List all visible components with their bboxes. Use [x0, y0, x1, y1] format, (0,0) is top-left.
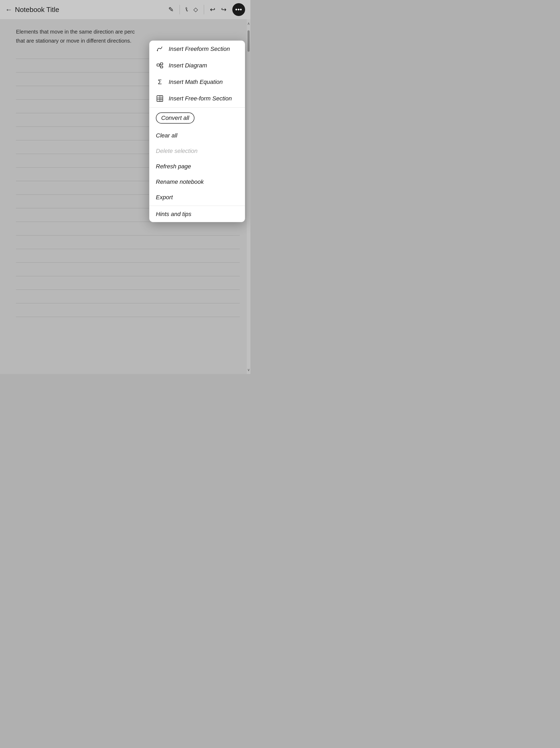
menu-item-hints-and-tips-label: Hints and tips [156, 211, 191, 218]
scroll-down-button[interactable]: ∨ [247, 368, 250, 372]
header: ← Notebook Title ✎ ℓ ◇ ↩ ↪ ••• [0, 0, 251, 19]
svg-rect-0 [157, 64, 160, 66]
diagram-icon [156, 62, 164, 70]
ruled-line [16, 276, 240, 276]
back-button[interactable]: ← [5, 6, 12, 14]
menu-item-delete-selection-label: Delete selection [156, 147, 198, 155]
ruled-line [16, 289, 240, 290]
notebook-area: Elements that move in the same direction… [0, 19, 251, 374]
menu-item-rename-notebook[interactable]: Rename notebook [149, 174, 245, 190]
menu-item-convert-all[interactable]: Convert all [149, 108, 245, 128]
math-icon: Σ [156, 78, 164, 86]
menu-item-hints-and-tips[interactable]: Hints and tips [149, 207, 245, 222]
eraser-icon[interactable]: ◇ [193, 6, 198, 13]
menu-item-rename-notebook-label: Rename notebook [156, 179, 204, 185]
menu-item-clear-all[interactable]: Clear all [149, 128, 245, 143]
ruled-line [16, 249, 240, 249]
menu-item-insert-freeform-section-label: Insert Free-form Section [169, 95, 232, 102]
svg-rect-5 [157, 96, 163, 101]
undo-icon[interactable]: ↩ [210, 6, 215, 13]
menu-item-export[interactable]: Export [149, 190, 245, 205]
grid-icon [156, 95, 164, 102]
menu-item-convert-all-label: Convert all [161, 115, 189, 121]
scroll-thumb[interactable] [248, 30, 250, 52]
menu-item-insert-freeform-label: Insert Freeform Section [169, 46, 230, 52]
ruled-line [16, 303, 240, 303]
redo-icon[interactable]: ↪ [221, 6, 227, 13]
menu-item-insert-math[interactable]: Σ Insert Math Equation [149, 74, 245, 90]
menu-item-export-label: Export [156, 194, 173, 201]
menu-item-refresh-page-label: Refresh page [156, 163, 191, 170]
ruled-line [16, 262, 240, 263]
header-divider-1 [180, 5, 180, 15]
dropdown-menu: Insert Freeform Section Insert Diagram Σ… [149, 41, 245, 222]
more-dots-icon: ••• [235, 6, 242, 13]
menu-item-insert-diagram[interactable]: Insert Diagram [149, 57, 245, 74]
menu-item-insert-freeform[interactable]: Insert Freeform Section [149, 41, 245, 57]
menu-item-refresh-page[interactable]: Refresh page [149, 159, 245, 174]
svg-rect-2 [160, 66, 163, 68]
menu-item-insert-math-label: Insert Math Equation [169, 78, 223, 86]
scroll-up-button[interactable]: ∧ [247, 19, 250, 28]
menu-item-delete-selection[interactable]: Delete selection [149, 143, 245, 159]
menu-item-clear-all-label: Clear all [156, 132, 178, 139]
header-left: ← Notebook Title [5, 6, 168, 14]
annotate-icon[interactable]: ✎ [168, 6, 174, 13]
menu-item-insert-freeform-section[interactable]: Insert Free-form Section [149, 90, 245, 107]
menu-separator-2 [149, 206, 245, 206]
scrollbar: ∧ ∨ [247, 19, 251, 374]
notebook-title: Notebook Title [15, 6, 59, 14]
svg-rect-1 [160, 63, 163, 65]
convert-all-wrapper: Convert all [156, 112, 194, 124]
header-right: ✎ ℓ ◇ ↩ ↪ ••• [168, 3, 245, 16]
pen-icon[interactable]: ℓ [184, 6, 189, 13]
menu-separator-1 [149, 107, 245, 108]
more-button[interactable]: ••• [232, 3, 245, 16]
menu-item-insert-diagram-label: Insert Diagram [169, 62, 207, 69]
notebook-text-line1: Elements that move in the same direction… [16, 27, 240, 36]
freeform-icon [156, 45, 164, 53]
